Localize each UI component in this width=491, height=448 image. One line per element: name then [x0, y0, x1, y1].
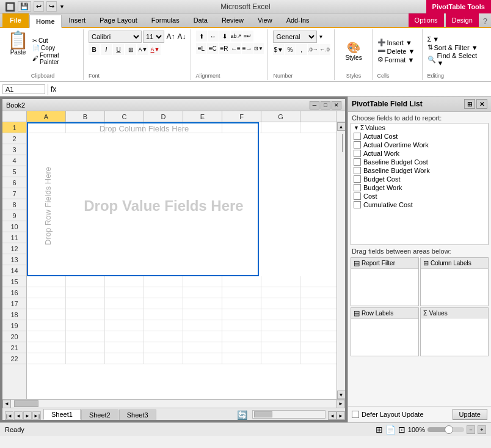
underline-button[interactable]: U: [113, 44, 124, 55]
undo-icon[interactable]: ↩: [34, 1, 44, 12]
pivot-layout-button[interactable]: ⊞: [464, 99, 475, 109]
zoom-out-button[interactable]: −: [467, 425, 475, 434]
first-sheet-button[interactable]: |◄: [5, 411, 13, 420]
function-wizard-icon[interactable]: fx: [51, 85, 56, 94]
row-header-18[interactable]: 18: [2, 309, 26, 320]
field-baseline-budget-work[interactable]: Baseline Budget Work: [351, 166, 488, 175]
checkbox-baseline-budget-work[interactable]: [354, 167, 361, 174]
tab-home[interactable]: Home: [29, 15, 62, 28]
row-header-17[interactable]: 17: [2, 298, 26, 309]
decrease-font-icon[interactable]: A↓: [176, 32, 186, 42]
redo-icon[interactable]: ↪: [46, 1, 57, 12]
zoom-in-button[interactable]: +: [478, 425, 486, 434]
bold-button[interactable]: B: [89, 44, 100, 55]
row-header-8[interactable]: 8: [2, 199, 26, 210]
align-middle-button[interactable]: ↔: [208, 31, 219, 42]
next-sheet-button[interactable]: ►: [23, 411, 32, 420]
percent-button[interactable]: %: [285, 44, 296, 55]
cells-area[interactable]: Drop Column Fields Here Drop Row Fields …: [27, 122, 336, 399]
field-actual-overtime-work[interactable]: Actual Overtime Work: [351, 141, 488, 149]
pivot-area-column-labels[interactable]: ⊞ Column Labels: [420, 257, 489, 306]
pivot-area-report-filter[interactable]: ▤ Report Filter: [351, 257, 419, 306]
pivot-area-row-labels[interactable]: ▤ Row Labels: [351, 307, 419, 356]
zoom-thumb[interactable]: [445, 425, 453, 434]
font-name-select[interactable]: Calibri: [89, 31, 142, 43]
find-select-button[interactable]: 🔍 Find & Select ▼: [427, 52, 485, 67]
help-icon[interactable]: ?: [479, 15, 491, 27]
number-format-select[interactable]: General: [273, 31, 317, 43]
merge-center-button[interactable]: ⊡▼: [253, 43, 264, 54]
tab-insert[interactable]: Insert: [62, 13, 93, 27]
row-header-19[interactable]: 19: [2, 320, 26, 331]
align-center-button[interactable]: ≡C: [207, 43, 218, 54]
row-header-15[interactable]: 15: [2, 276, 26, 287]
row-header-5[interactable]: 5: [2, 166, 26, 177]
border-button[interactable]: ⊞: [125, 44, 136, 55]
checkbox-baseline-budget-cost[interactable]: [354, 158, 361, 166]
tab-file[interactable]: File: [2, 13, 29, 27]
sum-button[interactable]: Σ ▼: [427, 35, 485, 43]
row-header-20[interactable]: 20: [2, 331, 26, 342]
field-budget-work[interactable]: Budget Work: [351, 183, 488, 192]
checkbox-budget-cost[interactable]: [354, 175, 361, 183]
wrap-text-button[interactable]: ≡↵: [242, 31, 253, 42]
field-baseline-budget-cost[interactable]: Baseline Budget Cost: [351, 158, 488, 166]
styles-button[interactable]: 🎨 Styles: [345, 41, 362, 61]
font-size-select[interactable]: 11: [143, 31, 165, 43]
sort-filter-button[interactable]: ⇅ Sort & Filter ▼: [427, 43, 485, 51]
align-top-button[interactable]: ⬆: [196, 31, 207, 42]
align-left-button[interactable]: ≡L: [196, 43, 207, 54]
field-actual-cost[interactable]: Actual Cost: [351, 132, 488, 141]
row-header-3[interactable]: 3: [2, 144, 26, 155]
tab-page-layout[interactable]: Page Layout: [93, 13, 144, 27]
row-header-22[interactable]: 22: [2, 353, 26, 364]
row-header-21[interactable]: 21: [2, 342, 26, 353]
normal-view-icon[interactable]: ⊞: [376, 425, 383, 435]
orientation-button[interactable]: ab↗: [231, 31, 242, 42]
col-header-e[interactable]: E: [183, 111, 222, 122]
hscroll-left[interactable]: ◄: [328, 411, 336, 420]
comma-button[interactable]: ,: [296, 44, 307, 55]
align-right-button[interactable]: ≡R: [219, 43, 230, 54]
row-header-16[interactable]: 16: [2, 287, 26, 298]
checkbox-actual-overtime-work[interactable]: [354, 141, 361, 149]
hscroll-right[interactable]: ►: [336, 411, 345, 420]
fill-color-button[interactable]: A▼: [137, 44, 148, 55]
decrease-indent-button[interactable]: ←≡: [230, 43, 241, 54]
col-header-a[interactable]: A: [27, 111, 66, 122]
sheet-tab-sheet2[interactable]: Sheet2: [81, 409, 118, 420]
workbook-restore-button[interactable]: □: [321, 101, 330, 109]
row-header-14[interactable]: 14: [2, 265, 26, 276]
sheet-tab-sheet1[interactable]: Sheet1: [43, 409, 81, 420]
pivot-area-row-labels-body[interactable]: [351, 319, 418, 356]
field-actual-work[interactable]: Actual Work: [351, 149, 488, 158]
row-header-1[interactable]: 1: [2, 122, 26, 133]
format-painter-button[interactable]: 🖌 Format Painter: [32, 52, 79, 65]
last-sheet-button[interactable]: ►|: [32, 411, 41, 420]
pivot-section-values[interactable]: ▼ Σ Values: [351, 123, 488, 132]
checkbox-actual-work[interactable]: [354, 150, 361, 157]
defer-checkbox[interactable]: [352, 411, 359, 418]
row-header-7[interactable]: 7: [2, 188, 26, 199]
pivot-area-values-body[interactable]: [421, 318, 488, 356]
col-header-f[interactable]: F: [222, 111, 261, 122]
add-sheet-icon[interactable]: 🔄: [235, 410, 250, 420]
tab-review[interactable]: Review: [215, 13, 250, 27]
pivot-field-list[interactable]: ▼ Σ Values Actual Cost Actual Overtime W…: [351, 123, 489, 245]
pivot-area-values[interactable]: Σ Values: [420, 307, 489, 356]
row-header-10[interactable]: 10: [2, 221, 26, 232]
copy-button[interactable]: 📄 Copy: [32, 45, 79, 51]
pivot-close-button[interactable]: ✕: [476, 99, 487, 109]
prev-sheet-button[interactable]: ◄: [14, 411, 23, 420]
sheet-tab-sheet3[interactable]: Sheet3: [119, 409, 156, 420]
align-bottom-button[interactable]: ⬇: [219, 31, 230, 42]
pivot-area-column-labels-body[interactable]: [421, 269, 488, 306]
field-cumulative-cost[interactable]: Cumulative Cost: [351, 200, 488, 209]
workbook-close-button[interactable]: ✕: [332, 101, 341, 109]
tab-design[interactable]: Design: [446, 13, 479, 27]
vertical-scrollbar[interactable]: ▲ ▼: [336, 122, 345, 399]
dropdown-icon[interactable]: ▼: [59, 4, 65, 10]
scroll-down-button[interactable]: ▼: [337, 391, 346, 399]
col-header-b[interactable]: B: [66, 111, 105, 122]
workbook-minimize-button[interactable]: ─: [310, 101, 319, 109]
